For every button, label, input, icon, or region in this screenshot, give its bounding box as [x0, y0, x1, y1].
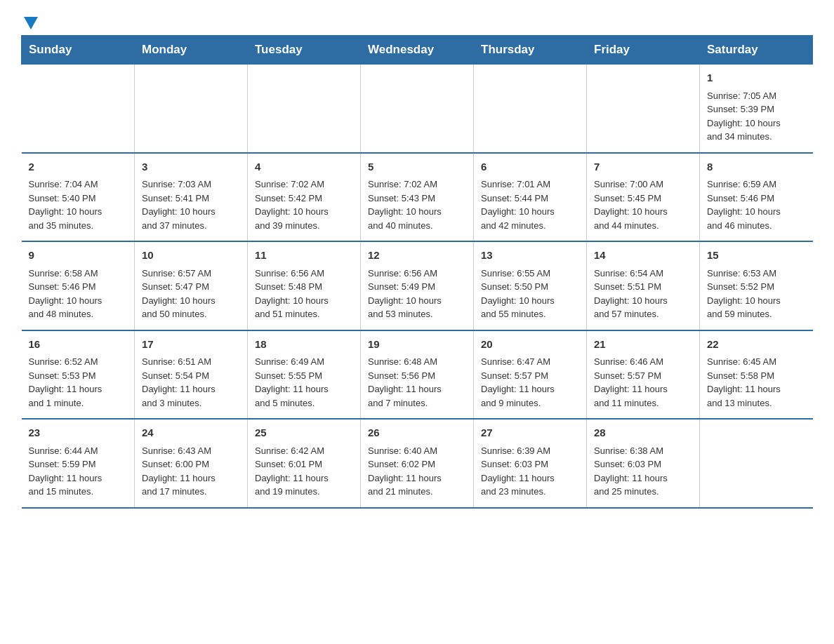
calendar-week-row: 23Sunrise: 6:44 AMSunset: 5:59 PMDayligh… — [22, 419, 813, 508]
day-info: Sunrise: 6:53 AMSunset: 5:52 PMDaylight:… — [707, 267, 806, 321]
calendar-cell: 17Sunrise: 6:51 AMSunset: 5:54 PMDayligh… — [135, 330, 248, 420]
calendar-cell: 27Sunrise: 6:39 AMSunset: 6:03 PMDayligh… — [474, 419, 587, 508]
day-info: Sunrise: 7:02 AMSunset: 5:42 PMDaylight:… — [255, 177, 353, 232]
calendar-week-row: 2Sunrise: 7:04 AMSunset: 5:40 PMDaylight… — [22, 153, 813, 242]
day-of-week-header: Friday — [587, 36, 700, 65]
calendar-cell: 20Sunrise: 6:47 AMSunset: 5:57 PMDayligh… — [474, 330, 587, 420]
day-info: Sunrise: 6:52 AMSunset: 5:53 PMDaylight:… — [29, 355, 128, 410]
day-info: Sunrise: 7:05 AMSunset: 5:39 PMDaylight:… — [707, 89, 806, 144]
day-number: 8 — [707, 159, 806, 175]
calendar-cell: 8Sunrise: 6:59 AMSunset: 5:46 PMDaylight… — [700, 153, 813, 242]
calendar-cell: 15Sunrise: 6:53 AMSunset: 5:52 PMDayligh… — [700, 241, 813, 330]
day-info: Sunrise: 6:39 AMSunset: 6:03 PMDaylight:… — [481, 444, 579, 499]
day-number: 22 — [707, 337, 806, 353]
day-info: Sunrise: 6:57 AMSunset: 5:47 PMDaylight:… — [142, 267, 240, 321]
day-number: 18 — [255, 337, 353, 353]
day-info: Sunrise: 6:51 AMSunset: 5:54 PMDaylight:… — [142, 355, 240, 410]
day-info: Sunrise: 7:00 AMSunset: 5:45 PMDaylight:… — [594, 177, 692, 232]
day-info: Sunrise: 7:03 AMSunset: 5:41 PMDaylight:… — [142, 177, 240, 232]
day-number: 23 — [29, 425, 128, 441]
calendar-cell: 13Sunrise: 6:55 AMSunset: 5:50 PMDayligh… — [474, 241, 587, 330]
logo-triangle-icon — [24, 17, 38, 29]
day-info: Sunrise: 6:38 AMSunset: 6:03 PMDaylight:… — [594, 444, 692, 499]
day-number: 17 — [142, 337, 240, 353]
calendar-week-row: 1Sunrise: 7:05 AMSunset: 5:39 PMDaylight… — [22, 65, 813, 153]
day-number: 27 — [481, 425, 579, 441]
day-of-week-header: Tuesday — [248, 36, 361, 65]
calendar-cell: 19Sunrise: 6:48 AMSunset: 5:56 PMDayligh… — [361, 330, 474, 420]
calendar-cell: 14Sunrise: 6:54 AMSunset: 5:51 PMDayligh… — [587, 241, 700, 330]
day-info: Sunrise: 6:59 AMSunset: 5:46 PMDaylight:… — [707, 177, 806, 232]
day-number: 25 — [255, 425, 353, 441]
day-info: Sunrise: 6:40 AMSunset: 6:02 PMDaylight:… — [368, 444, 466, 499]
day-number: 3 — [142, 159, 240, 175]
calendar-cell: 9Sunrise: 6:58 AMSunset: 5:46 PMDaylight… — [22, 241, 135, 330]
day-number: 16 — [29, 337, 128, 353]
day-number: 9 — [29, 248, 128, 264]
day-info: Sunrise: 6:56 AMSunset: 5:48 PMDaylight:… — [255, 267, 353, 321]
day-number: 10 — [142, 248, 240, 264]
day-info: Sunrise: 6:58 AMSunset: 5:46 PMDaylight:… — [29, 267, 128, 321]
day-number: 7 — [594, 159, 692, 175]
calendar-table: SundayMondayTuesdayWednesdayThursdayFrid… — [21, 35, 813, 509]
calendar-cell: 16Sunrise: 6:52 AMSunset: 5:53 PMDayligh… — [22, 330, 135, 420]
day-info: Sunrise: 6:46 AMSunset: 5:57 PMDaylight:… — [594, 355, 692, 410]
calendar-cell: 18Sunrise: 6:49 AMSunset: 5:55 PMDayligh… — [248, 330, 361, 420]
day-info: Sunrise: 6:48 AMSunset: 5:56 PMDaylight:… — [368, 355, 466, 410]
calendar-cell — [700, 419, 813, 508]
calendar-cell — [135, 65, 248, 153]
day-number: 14 — [594, 248, 692, 264]
calendar-cell: 21Sunrise: 6:46 AMSunset: 5:57 PMDayligh… — [587, 330, 700, 420]
calendar-cell: 10Sunrise: 6:57 AMSunset: 5:47 PMDayligh… — [135, 241, 248, 330]
day-number: 28 — [594, 425, 692, 441]
calendar-week-row: 16Sunrise: 6:52 AMSunset: 5:53 PMDayligh… — [22, 330, 813, 420]
day-number: 12 — [368, 248, 466, 264]
day-number: 2 — [29, 159, 128, 175]
calendar-cell: 4Sunrise: 7:02 AMSunset: 5:42 PMDaylight… — [248, 153, 361, 242]
calendar-cell: 3Sunrise: 7:03 AMSunset: 5:41 PMDaylight… — [135, 153, 248, 242]
calendar-cell: 12Sunrise: 6:56 AMSunset: 5:49 PMDayligh… — [361, 241, 474, 330]
day-info: Sunrise: 7:02 AMSunset: 5:43 PMDaylight:… — [368, 177, 466, 232]
calendar-cell: 2Sunrise: 7:04 AMSunset: 5:40 PMDaylight… — [22, 153, 135, 242]
day-of-week-header: Thursday — [474, 36, 587, 65]
day-number: 26 — [368, 425, 466, 441]
day-info: Sunrise: 7:04 AMSunset: 5:40 PMDaylight:… — [29, 177, 128, 232]
calendar-cell: 11Sunrise: 6:56 AMSunset: 5:48 PMDayligh… — [248, 241, 361, 330]
calendar-cell: 24Sunrise: 6:43 AMSunset: 6:00 PMDayligh… — [135, 419, 248, 508]
day-number: 13 — [481, 248, 579, 264]
day-info: Sunrise: 6:54 AMSunset: 5:51 PMDaylight:… — [594, 267, 692, 321]
day-of-week-header: Monday — [135, 36, 248, 65]
calendar-cell — [248, 65, 361, 153]
calendar-cell: 22Sunrise: 6:45 AMSunset: 5:58 PMDayligh… — [700, 330, 813, 420]
day-number: 15 — [707, 248, 806, 264]
day-info: Sunrise: 6:42 AMSunset: 6:01 PMDaylight:… — [255, 444, 353, 499]
day-info: Sunrise: 6:45 AMSunset: 5:58 PMDaylight:… — [707, 355, 806, 410]
day-number: 20 — [481, 337, 579, 353]
day-info: Sunrise: 6:56 AMSunset: 5:49 PMDaylight:… — [368, 267, 466, 321]
calendar-cell: 23Sunrise: 6:44 AMSunset: 5:59 PMDayligh… — [22, 419, 135, 508]
day-number: 4 — [255, 159, 353, 175]
day-number: 19 — [368, 337, 466, 353]
day-of-week-header: Sunday — [22, 36, 135, 65]
day-number: 11 — [255, 248, 353, 264]
calendar-cell: 25Sunrise: 6:42 AMSunset: 6:01 PMDayligh… — [248, 419, 361, 508]
day-number: 21 — [594, 337, 692, 353]
calendar-cell: 26Sunrise: 6:40 AMSunset: 6:02 PMDayligh… — [361, 419, 474, 508]
calendar-cell — [22, 65, 135, 153]
day-number: 5 — [368, 159, 466, 175]
calendar-cell: 5Sunrise: 7:02 AMSunset: 5:43 PMDaylight… — [361, 153, 474, 242]
calendar-cell — [474, 65, 587, 153]
calendar-cell — [361, 65, 474, 153]
day-info: Sunrise: 6:49 AMSunset: 5:55 PMDaylight:… — [255, 355, 353, 410]
page-header — [21, 14, 813, 28]
calendar-cell: 1Sunrise: 7:05 AMSunset: 5:39 PMDaylight… — [700, 65, 813, 153]
day-of-week-header: Saturday — [700, 36, 813, 65]
day-info: Sunrise: 7:01 AMSunset: 5:44 PMDaylight:… — [481, 177, 579, 232]
calendar-cell: 7Sunrise: 7:00 AMSunset: 5:45 PMDaylight… — [587, 153, 700, 242]
day-info: Sunrise: 6:55 AMSunset: 5:50 PMDaylight:… — [481, 267, 579, 321]
day-number: 6 — [481, 159, 579, 175]
calendar-week-row: 9Sunrise: 6:58 AMSunset: 5:46 PMDaylight… — [22, 241, 813, 330]
calendar-cell — [587, 65, 700, 153]
day-number: 1 — [707, 70, 806, 86]
calendar-cell: 6Sunrise: 7:01 AMSunset: 5:44 PMDaylight… — [474, 153, 587, 242]
